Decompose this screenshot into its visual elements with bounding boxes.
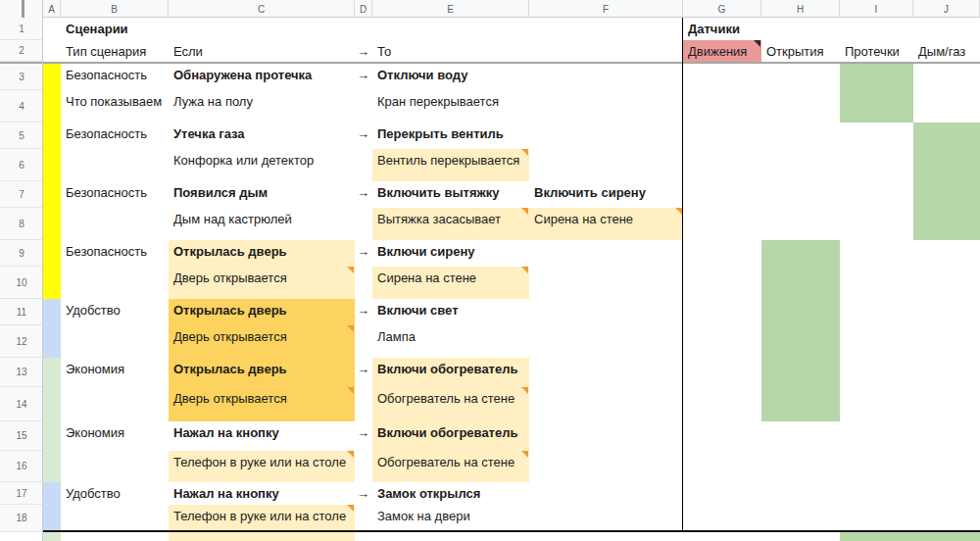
cell-F7[interactable]: Включить сирену — [529, 181, 683, 208]
row-header-1[interactable]: 1 — [0, 18, 43, 40]
cell-E10[interactable]: Сирена на стене — [372, 267, 529, 299]
cell-D2[interactable]: → — [355, 40, 372, 62]
cell-E9[interactable]: Включи сирену — [372, 240, 529, 267]
cell-B5[interactable]: Безопасность — [61, 123, 169, 149]
cell-E4[interactable]: Кран перекрывается — [372, 90, 529, 123]
cell-C8[interactable]: Дым над кастрюлей — [169, 208, 355, 240]
cell-C3[interactable]: Обнаружена протечка — [169, 64, 355, 90]
column-header-E[interactable]: E — [372, 0, 529, 18]
highlight-block-A3-A10 — [43, 64, 61, 299]
cell-C6[interactable]: Конфорка или детектор — [169, 149, 355, 181]
note-indicator-C10 — [347, 267, 354, 273]
cell-G1[interactable]: Датчики — [683, 18, 761, 40]
highlight-block-I19 — [840, 532, 913, 541]
highlight-block-J5-J8 — [913, 123, 980, 240]
row-header-6[interactable]: 6 — [0, 149, 43, 181]
cell-B11[interactable]: Удобство — [61, 299, 169, 325]
frozen-columns-handle[interactable] — [22, 0, 24, 18]
cell-E7[interactable]: Включить вытяжку — [372, 181, 529, 208]
note-indicator-C18 — [347, 505, 354, 512]
column-header-D[interactable]: D — [355, 0, 372, 18]
note-indicator-F8 — [675, 208, 682, 215]
row-header-14[interactable]: 14 — [0, 387, 43, 421]
column-header-C[interactable]: C — [169, 0, 355, 18]
cell-E8[interactable]: Вытяжка засасывает — [372, 208, 529, 240]
row-header-3[interactable]: 3 — [0, 64, 43, 90]
note-indicator-C16 — [347, 451, 354, 458]
cell-C13[interactable]: Открылась дверь — [169, 358, 355, 387]
cell-F8[interactable]: Сирена на стене — [529, 208, 683, 240]
cell-D7[interactable]: → — [355, 181, 372, 208]
cell-E2[interactable]: То — [372, 40, 529, 62]
cell-C10[interactable]: Дверь открывается — [169, 267, 355, 299]
column-header-H[interactable]: H — [761, 0, 840, 18]
cell-C14[interactable]: Дверь открывается — [169, 387, 355, 421]
cell-E13[interactable]: Включи обогреватель — [372, 358, 529, 387]
cell-D15[interactable]: → — [355, 421, 372, 451]
row-header-11[interactable]: 11 — [0, 299, 43, 325]
table-right-border — [682, 18, 683, 532]
row-header-4[interactable]: 4 — [0, 90, 43, 123]
cell-E3[interactable]: Отключи воду — [372, 64, 529, 90]
cell-D17[interactable]: → — [355, 482, 372, 505]
cell-H2[interactable]: Открытия — [761, 40, 840, 62]
cell-C4[interactable]: Лужа на полу — [169, 90, 355, 123]
column-header-J[interactable]: J — [913, 0, 980, 18]
row-header-9[interactable]: 9 — [0, 240, 43, 267]
cell-C2[interactable]: Если — [169, 40, 355, 62]
cell-E18[interactable]: Замок на двери — [372, 505, 529, 532]
column-header-A[interactable]: A — [43, 0, 61, 18]
cell-B9[interactable]: Безопасность — [61, 240, 169, 267]
cell-G2[interactable]: Движения — [683, 40, 761, 62]
column-header-F[interactable]: F — [529, 0, 683, 18]
cell-C16[interactable]: Телефон в руке или на столе — [169, 451, 355, 482]
row-header-17[interactable]: 17 — [0, 482, 43, 505]
cell-C11[interactable]: Открылась дверь — [169, 299, 355, 325]
cell-D11[interactable]: → — [355, 299, 372, 325]
column-header-B[interactable]: B — [61, 0, 169, 18]
row-header-16[interactable]: 16 — [0, 451, 43, 482]
cell-B4[interactable]: Что показываем — [61, 90, 169, 123]
cell-C17[interactable]: Нажал на кнопку — [169, 482, 355, 505]
cell-B7[interactable]: Безопасность — [61, 181, 169, 208]
cell-E14[interactable]: Обогреватель на стене — [372, 387, 529, 421]
row-header-8[interactable]: 8 — [0, 208, 43, 240]
cell-B2[interactable]: Тип сценария — [61, 40, 169, 62]
row-header-7[interactable]: 7 — [0, 181, 43, 208]
cell-E12[interactable]: Лампа — [372, 325, 529, 358]
cell-B3[interactable]: Безопасность — [61, 64, 169, 90]
cell-D13[interactable]: → — [355, 358, 372, 387]
cell-C9[interactable]: Открылась дверь — [169, 240, 355, 267]
cell-C15[interactable]: Нажал на кнопку — [169, 421, 355, 451]
row-header-12[interactable]: 12 — [0, 325, 43, 358]
cell-E16[interactable]: Обогреватель на стене — [372, 451, 529, 482]
cell-D3[interactable]: → — [355, 64, 372, 90]
cell-B15[interactable]: Экономия — [61, 421, 169, 451]
row-header-13[interactable]: 13 — [0, 358, 43, 387]
cell-B17[interactable]: Удобство — [61, 482, 169, 505]
cell-C18[interactable]: Телефон в руке или на столе — [169, 505, 355, 532]
cell-E5[interactable]: Перекрыть вентиль — [372, 123, 529, 149]
cell-B1[interactable]: Сценарии — [61, 18, 169, 40]
spreadsheet: СценарииДатчикиТип сценарияЕсли→ТоДвижен… — [0, 0, 980, 541]
cell-J2[interactable]: Дым/газ — [913, 40, 980, 62]
cell-D9[interactable]: → — [355, 240, 372, 267]
cell-C12[interactable]: Дверь открывается — [169, 325, 355, 358]
cell-C7[interactable]: Появился дым — [169, 181, 355, 208]
cell-E6[interactable]: Вентиль перекрывается — [372, 149, 529, 181]
row-header-5[interactable]: 5 — [0, 123, 43, 149]
cell-D5[interactable]: → — [355, 123, 372, 149]
column-header-G[interactable]: G — [683, 0, 761, 18]
cell-I2[interactable]: Протечки — [840, 40, 913, 62]
cell-E17[interactable]: Замок открылся — [372, 482, 529, 505]
row-header-18[interactable]: 18 — [0, 505, 43, 532]
row-header-15[interactable]: 15 — [0, 421, 43, 451]
cell-E15[interactable]: Включи обогреватель — [372, 421, 529, 451]
cell-E11[interactable]: Включи свет — [372, 299, 529, 325]
cell-B13[interactable]: Экономия — [61, 358, 169, 387]
cell-C5[interactable]: Утечка газа — [169, 123, 355, 149]
frozen-rows-divider[interactable] — [0, 62, 980, 64]
column-header-I[interactable]: I — [840, 0, 913, 18]
row-header-2[interactable]: 2 — [0, 40, 43, 62]
row-header-10[interactable]: 10 — [0, 267, 43, 299]
